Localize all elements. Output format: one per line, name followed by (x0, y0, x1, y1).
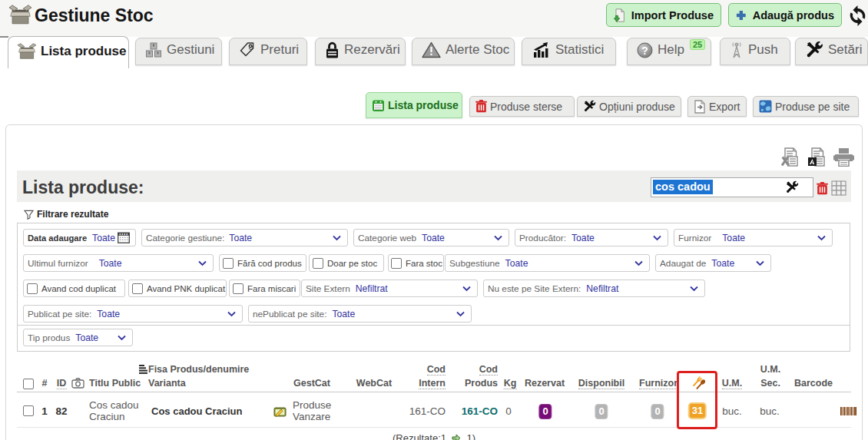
svg-text:?: ? (641, 44, 648, 56)
